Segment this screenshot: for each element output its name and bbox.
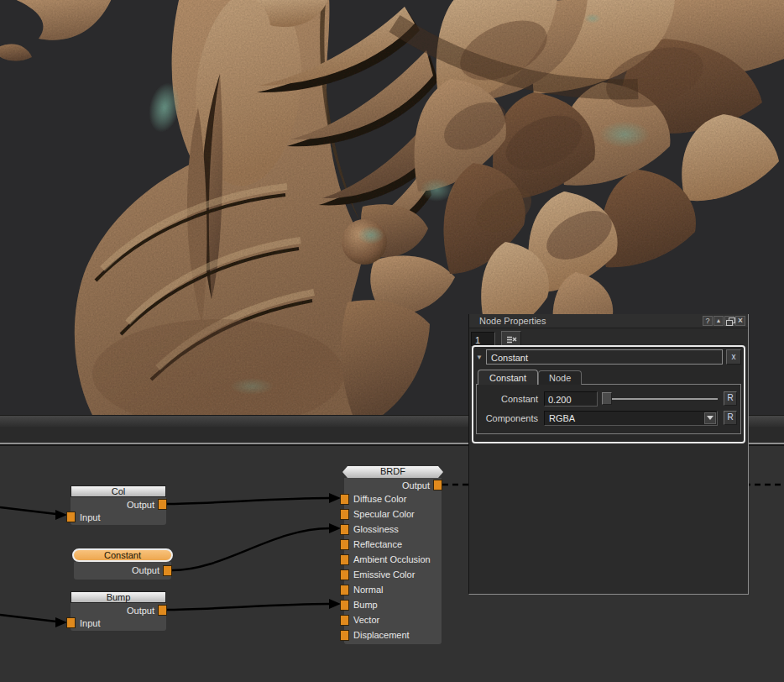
slider-track[interactable]	[612, 398, 718, 400]
application-window: Col Output Input Constant Output	[0, 0, 784, 682]
input-port[interactable]	[340, 615, 349, 626]
pin-icon[interactable]: ▲	[713, 316, 724, 326]
input-port-label: Normal	[353, 585, 383, 595]
node-col[interactable]: Col Output Input	[71, 485, 166, 525]
constant-label: Constant	[480, 394, 544, 404]
constant-slider[interactable]	[602, 392, 718, 405]
close-icon[interactable]: ×	[735, 316, 745, 326]
help-icon[interactable]: ?	[703, 316, 713, 326]
reset-constant-button[interactable]: R	[724, 391, 737, 406]
components-dropdown[interactable]: RGBA	[544, 411, 718, 426]
node-properties-panel: Node Properties ? ▲ × ▼ x Constant	[468, 314, 749, 595]
input-port[interactable]	[66, 512, 76, 522]
input-port[interactable]	[340, 554, 349, 565]
dropdown-arrow-button[interactable]	[704, 412, 716, 424]
list-clear-icon	[506, 335, 517, 344]
input-port-label: Ambient Occlusion	[353, 554, 431, 564]
input-port[interactable]	[340, 524, 349, 535]
tab-content: Constant R Components RGBA R	[476, 384, 741, 434]
property-tabs: Constant Node	[478, 370, 741, 385]
input-port-label: Specular Color	[353, 509, 415, 519]
input-port-label: Reflectance	[353, 539, 402, 549]
input-port-label: Emissive Color	[353, 569, 415, 580]
input-port[interactable]	[66, 617, 76, 628]
node-property-group: ▼ x Constant Node Constant R	[472, 345, 745, 443]
input-port-label: Input	[80, 618, 100, 628]
tab-constant[interactable]: Constant	[478, 370, 538, 385]
input-port[interactable]	[340, 509, 349, 520]
components-row: Components RGBA R	[480, 409, 737, 427]
components-label: Components	[480, 413, 544, 423]
input-port-label: Displacement	[353, 630, 410, 640]
node-constant[interactable]: Constant Output	[72, 548, 173, 580]
input-port-label: Glossiness	[353, 524, 399, 534]
node-constant-body[interactable]: Output	[74, 562, 171, 580]
panel-title: Node Properties	[479, 316, 702, 326]
input-port-label: Vector	[353, 615, 379, 625]
node-brdf-title[interactable]: BRDF	[342, 466, 443, 478]
input-port[interactable]	[340, 569, 349, 580]
constant-row: Constant R	[480, 390, 737, 407]
output-port[interactable]	[433, 480, 442, 491]
output-port-label: Output	[402, 480, 430, 491]
input-port[interactable]	[340, 539, 349, 550]
reset-components-button[interactable]: R	[724, 411, 737, 425]
output-port[interactable]	[158, 499, 167, 510]
tab-node[interactable]: Node	[538, 370, 582, 385]
input-port-label: Diffuse Color	[353, 494, 406, 504]
output-port[interactable]	[158, 605, 167, 616]
output-port-label: Output	[127, 500, 154, 510]
node-brdf[interactable]: BRDF Output Diffuse Color Specular Color…	[342, 466, 443, 644]
slider-handle[interactable]	[602, 392, 612, 405]
node-col-body[interactable]: Output Input	[71, 497, 166, 525]
node-bump-body[interactable]: Output Input	[71, 603, 166, 631]
constant-value-field[interactable]	[544, 391, 598, 407]
output-port-label: Output	[132, 565, 159, 575]
node-col-title[interactable]: Col	[71, 485, 166, 497]
input-port[interactable]	[340, 585, 349, 595]
node-constant-title[interactable]: Constant	[72, 548, 173, 562]
node-bump-title[interactable]: Bump	[71, 591, 166, 603]
panel-titlebar[interactable]: Node Properties ? ▲ ×	[469, 314, 748, 328]
output-port[interactable]	[163, 565, 172, 576]
node-brdf-body[interactable]: Output Diffuse Color Specular Color Glos…	[344, 478, 442, 644]
remove-node-button[interactable]: x	[726, 349, 741, 365]
input-port[interactable]	[340, 494, 349, 505]
node-bump[interactable]: Bump Output Input	[71, 591, 166, 631]
output-port-label: Output	[127, 606, 154, 616]
input-port-label: Bump	[353, 600, 378, 610]
node-name-field[interactable]	[486, 349, 723, 365]
restore-icon[interactable]	[724, 316, 734, 326]
input-port[interactable]	[340, 630, 349, 641]
input-port[interactable]	[340, 600, 349, 611]
input-port-label: Input	[80, 512, 100, 522]
group-header: ▼ x	[476, 349, 741, 365]
chevron-down-icon	[707, 416, 713, 420]
collapse-arrow-icon[interactable]: ▼	[476, 354, 486, 361]
